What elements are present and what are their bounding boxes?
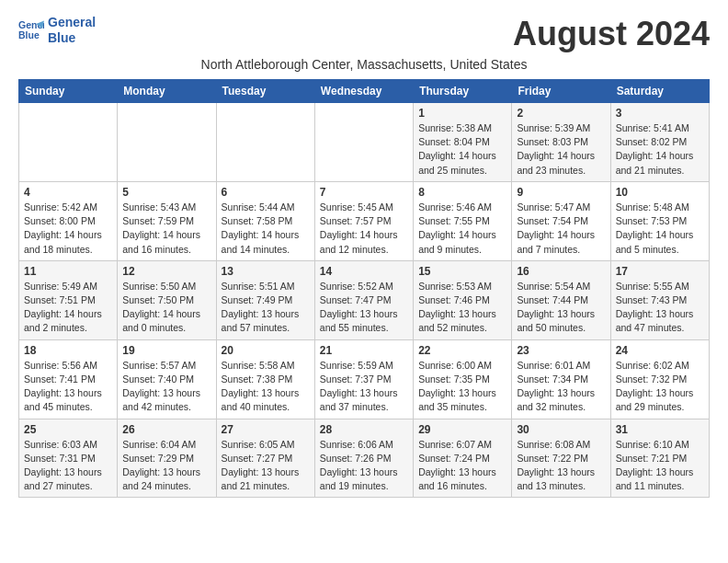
calendar-cell: 19Sunrise: 5:57 AM Sunset: 7:40 PM Dayli… xyxy=(118,339,216,419)
calendar-body: 1Sunrise: 5:38 AM Sunset: 8:04 PM Daylig… xyxy=(19,103,710,498)
day-number: 28 xyxy=(320,423,408,436)
day-number: 8 xyxy=(418,186,506,199)
day-number: 3 xyxy=(616,107,704,120)
month-title: August 2024 xyxy=(513,15,710,53)
calendar-cell: 24Sunrise: 6:02 AM Sunset: 7:32 PM Dayli… xyxy=(610,339,709,419)
calendar-cell: 7Sunrise: 5:45 AM Sunset: 7:57 PM Daylig… xyxy=(314,181,413,260)
day-number: 24 xyxy=(616,344,704,357)
calendar: SundayMondayTuesdayWednesdayThursdayFrid… xyxy=(18,79,710,498)
calendar-cell: 13Sunrise: 5:51 AM Sunset: 7:49 PM Dayli… xyxy=(216,260,314,339)
calendar-week-2: 4Sunrise: 5:42 AM Sunset: 8:00 PM Daylig… xyxy=(19,181,710,260)
day-info: Sunrise: 6:05 AM Sunset: 7:27 PM Dayligh… xyxy=(222,438,310,494)
day-info: Sunrise: 5:59 AM Sunset: 7:37 PM Dayligh… xyxy=(320,359,408,415)
day-info: Sunrise: 5:41 AM Sunset: 8:02 PM Dayligh… xyxy=(616,121,704,178)
day-number: 25 xyxy=(24,423,112,436)
calendar-header-sunday: Sunday xyxy=(19,80,118,103)
calendar-week-5: 25Sunrise: 6:03 AM Sunset: 7:31 PM Dayli… xyxy=(19,419,710,498)
day-info: Sunrise: 6:06 AM Sunset: 7:26 PM Dayligh… xyxy=(320,438,408,494)
calendar-week-1: 1Sunrise: 5:38 AM Sunset: 8:04 PM Daylig… xyxy=(19,103,710,182)
day-number: 30 xyxy=(517,423,605,436)
day-number: 16 xyxy=(517,265,605,278)
day-info: Sunrise: 5:51 AM Sunset: 7:49 PM Dayligh… xyxy=(222,280,310,336)
calendar-cell: 27Sunrise: 6:05 AM Sunset: 7:27 PM Dayli… xyxy=(216,419,314,498)
calendar-cell: 11Sunrise: 5:49 AM Sunset: 7:51 PM Dayli… xyxy=(19,260,118,339)
calendar-header-friday: Friday xyxy=(512,80,610,103)
day-number: 6 xyxy=(222,186,310,199)
calendar-cell: 16Sunrise: 5:54 AM Sunset: 7:44 PM Dayli… xyxy=(512,260,610,339)
day-number: 31 xyxy=(616,423,704,436)
calendar-cell: 2Sunrise: 5:39 AM Sunset: 8:03 PM Daylig… xyxy=(512,103,610,182)
calendar-header-tuesday: Tuesday xyxy=(216,80,314,103)
day-number: 26 xyxy=(122,423,210,436)
calendar-cell: 22Sunrise: 6:00 AM Sunset: 7:35 PM Dayli… xyxy=(414,339,512,419)
day-number: 17 xyxy=(616,265,704,278)
calendar-cell xyxy=(19,103,118,182)
calendar-week-3: 11Sunrise: 5:49 AM Sunset: 7:51 PM Dayli… xyxy=(19,260,710,339)
day-number: 5 xyxy=(122,186,210,199)
day-info: Sunrise: 5:55 AM Sunset: 7:43 PM Dayligh… xyxy=(616,280,704,336)
logo: General Blue General Blue xyxy=(18,15,96,46)
calendar-cell xyxy=(314,103,413,182)
day-info: Sunrise: 5:57 AM Sunset: 7:40 PM Dayligh… xyxy=(122,359,210,415)
day-info: Sunrise: 5:38 AM Sunset: 8:04 PM Dayligh… xyxy=(418,121,506,178)
day-number: 15 xyxy=(418,265,506,278)
calendar-cell: 15Sunrise: 5:53 AM Sunset: 7:46 PM Dayli… xyxy=(414,260,512,339)
calendar-cell: 29Sunrise: 6:07 AM Sunset: 7:24 PM Dayli… xyxy=(414,419,512,498)
calendar-cell: 25Sunrise: 6:03 AM Sunset: 7:31 PM Dayli… xyxy=(19,419,118,498)
day-info: Sunrise: 5:44 AM Sunset: 7:58 PM Dayligh… xyxy=(222,201,310,257)
day-info: Sunrise: 6:02 AM Sunset: 7:32 PM Dayligh… xyxy=(616,359,704,415)
calendar-week-4: 18Sunrise: 5:56 AM Sunset: 7:41 PM Dayli… xyxy=(19,339,710,419)
logo-line2: Blue xyxy=(48,30,96,46)
calendar-cell: 1Sunrise: 5:38 AM Sunset: 8:04 PM Daylig… xyxy=(414,103,512,182)
day-info: Sunrise: 5:46 AM Sunset: 7:55 PM Dayligh… xyxy=(418,201,506,257)
day-info: Sunrise: 5:43 AM Sunset: 7:59 PM Dayligh… xyxy=(122,201,210,257)
day-number: 7 xyxy=(320,186,408,199)
calendar-cell: 18Sunrise: 5:56 AM Sunset: 7:41 PM Dayli… xyxy=(19,339,118,419)
calendar-cell: 10Sunrise: 5:48 AM Sunset: 7:53 PM Dayli… xyxy=(610,181,709,260)
calendar-cell: 26Sunrise: 6:04 AM Sunset: 7:29 PM Dayli… xyxy=(118,419,216,498)
day-info: Sunrise: 5:39 AM Sunset: 8:03 PM Dayligh… xyxy=(517,121,605,178)
calendar-header-wednesday: Wednesday xyxy=(314,80,413,103)
header: General Blue General Blue August 2024 xyxy=(18,15,710,53)
logo-icon: General Blue xyxy=(18,17,44,43)
calendar-cell: 20Sunrise: 5:58 AM Sunset: 7:38 PM Dayli… xyxy=(216,339,314,419)
calendar-header-row: SundayMondayTuesdayWednesdayThursdayFrid… xyxy=(19,80,710,103)
calendar-cell: 28Sunrise: 6:06 AM Sunset: 7:26 PM Dayli… xyxy=(314,419,413,498)
day-number: 20 xyxy=(222,344,310,357)
calendar-cell xyxy=(118,103,216,182)
day-info: Sunrise: 6:08 AM Sunset: 7:22 PM Dayligh… xyxy=(517,438,605,494)
day-info: Sunrise: 6:04 AM Sunset: 7:29 PM Dayligh… xyxy=(122,438,210,494)
day-number: 14 xyxy=(320,265,408,278)
svg-text:Blue: Blue xyxy=(18,29,40,40)
day-number: 27 xyxy=(222,423,310,436)
day-number: 23 xyxy=(517,344,605,357)
day-info: Sunrise: 5:45 AM Sunset: 7:57 PM Dayligh… xyxy=(320,201,408,257)
day-number: 12 xyxy=(122,265,210,278)
day-info: Sunrise: 5:52 AM Sunset: 7:47 PM Dayligh… xyxy=(320,280,408,336)
day-number: 4 xyxy=(24,186,112,199)
calendar-cell: 6Sunrise: 5:44 AM Sunset: 7:58 PM Daylig… xyxy=(216,181,314,260)
day-number: 1 xyxy=(418,107,506,120)
subtitle: North Attleborough Center, Massachusetts… xyxy=(18,57,710,72)
calendar-cell: 4Sunrise: 5:42 AM Sunset: 8:00 PM Daylig… xyxy=(19,181,118,260)
day-info: Sunrise: 6:00 AM Sunset: 7:35 PM Dayligh… xyxy=(418,359,506,415)
calendar-cell: 21Sunrise: 5:59 AM Sunset: 7:37 PM Dayli… xyxy=(314,339,413,419)
day-info: Sunrise: 6:03 AM Sunset: 7:31 PM Dayligh… xyxy=(24,438,112,494)
day-number: 19 xyxy=(122,344,210,357)
day-number: 11 xyxy=(24,265,112,278)
day-info: Sunrise: 6:07 AM Sunset: 7:24 PM Dayligh… xyxy=(418,438,506,494)
calendar-cell: 3Sunrise: 5:41 AM Sunset: 8:02 PM Daylig… xyxy=(610,103,709,182)
calendar-cell: 8Sunrise: 5:46 AM Sunset: 7:55 PM Daylig… xyxy=(414,181,512,260)
calendar-cell: 14Sunrise: 5:52 AM Sunset: 7:47 PM Dayli… xyxy=(314,260,413,339)
day-info: Sunrise: 5:48 AM Sunset: 7:53 PM Dayligh… xyxy=(616,201,704,257)
calendar-cell: 9Sunrise: 5:47 AM Sunset: 7:54 PM Daylig… xyxy=(512,181,610,260)
day-info: Sunrise: 5:56 AM Sunset: 7:41 PM Dayligh… xyxy=(24,359,112,415)
calendar-cell xyxy=(216,103,314,182)
day-number: 29 xyxy=(418,423,506,436)
calendar-header-thursday: Thursday xyxy=(414,80,512,103)
calendar-cell: 12Sunrise: 5:50 AM Sunset: 7:50 PM Dayli… xyxy=(118,260,216,339)
day-number: 18 xyxy=(24,344,112,357)
day-number: 13 xyxy=(222,265,310,278)
calendar-cell: 30Sunrise: 6:08 AM Sunset: 7:22 PM Dayli… xyxy=(512,419,610,498)
calendar-cell: 5Sunrise: 5:43 AM Sunset: 7:59 PM Daylig… xyxy=(118,181,216,260)
